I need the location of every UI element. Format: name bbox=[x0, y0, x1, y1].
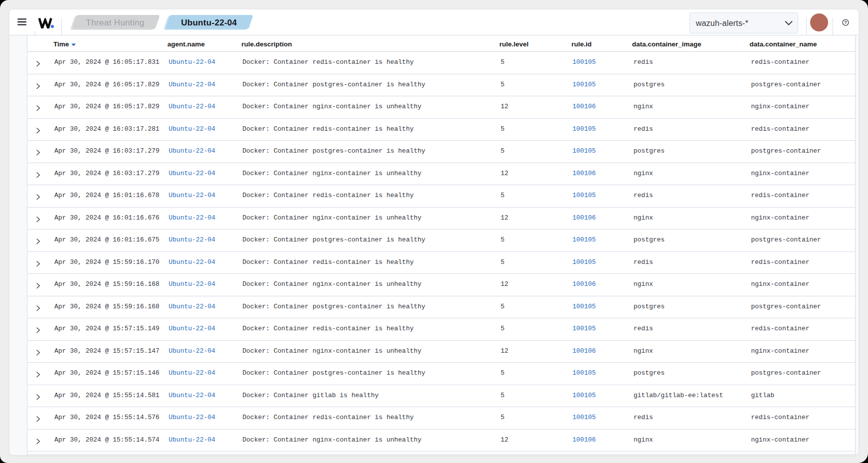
svg-text:?: ? bbox=[844, 19, 847, 25]
